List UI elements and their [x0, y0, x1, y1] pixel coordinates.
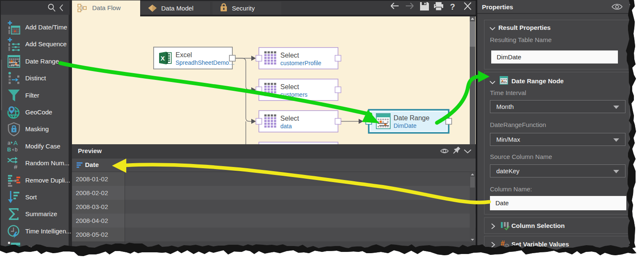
svg-text:customers: customers [280, 91, 308, 98]
svg-text:Select: Select [280, 83, 299, 90]
svg-text:A: A [13, 139, 18, 146]
svg-text:DimDate: DimDate [394, 122, 417, 129]
svg-text:#: # [500, 239, 505, 248]
svg-text:Select: Select [280, 52, 299, 59]
svg-text:a: a [506, 244, 508, 249]
svg-text:b: b [15, 147, 18, 153]
svg-text:a: a [8, 140, 11, 146]
svg-text:Date Range: Date Range [394, 114, 429, 122]
svg-text:SpreadhSheetDemo…: SpreadhSheetDemo… [176, 59, 235, 66]
svg-text:data: data [280, 123, 292, 130]
svg-text:Select: Select [280, 115, 299, 122]
svg-text:X: X [160, 55, 165, 62]
svg-text:Excel: Excel [176, 51, 192, 58]
svg-text:B: B [7, 146, 11, 153]
svg-text:?: ? [450, 2, 455, 11]
svg-text:customerProfile: customerProfile [280, 60, 321, 66]
svg-text:#: # [14, 163, 18, 170]
